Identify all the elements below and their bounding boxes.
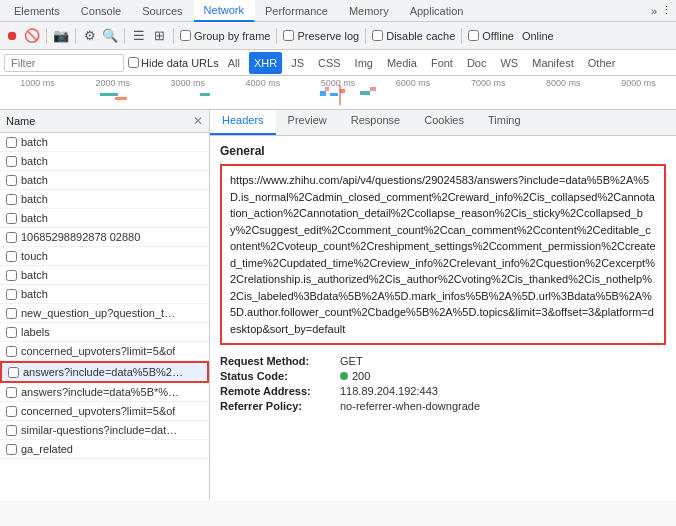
tab-response[interactable]: Response — [339, 110, 413, 135]
svg-rect-1 — [115, 97, 127, 100]
name-row[interactable]: concerned_upvoters?limit=5&of — [0, 342, 209, 361]
detail-content: General https://www.zhihu.com/api/v4/que… — [210, 136, 676, 423]
filter-ws[interactable]: WS — [495, 52, 523, 74]
name-row[interactable]: batch — [0, 171, 209, 190]
filter-input[interactable] — [4, 54, 124, 72]
name-row[interactable]: answers?include=data%5B%2A... — [0, 361, 209, 383]
general-section-title: General — [220, 144, 666, 158]
name-rows: batchbatchbatchbatchbatch10685298892878 … — [0, 133, 209, 459]
tab-bar: Elements Console Sources Network Perform… — [0, 0, 676, 22]
name-row[interactable]: batch — [0, 266, 209, 285]
devtools-menu-icon[interactable]: ⋮ — [661, 4, 672, 17]
toolbar: ⏺ 🚫 📷 ⚙ 🔍 ☰ ⊞ Group by frame Preserve lo… — [0, 22, 676, 50]
tab-performance[interactable]: Performance — [255, 0, 339, 22]
name-row[interactable]: ga_related — [0, 440, 209, 459]
record-icon[interactable]: ⏺ — [4, 28, 20, 44]
name-row[interactable]: concerned_upvoters?limit=5&of — [0, 402, 209, 421]
filter-js[interactable]: JS — [286, 52, 309, 74]
toolbar-sep-4 — [173, 28, 174, 44]
timeline: 1000 ms 2000 ms 3000 ms 4000 ms 5000 ms … — [0, 76, 676, 110]
tab-application[interactable]: Application — [400, 0, 475, 22]
name-column-label: Name — [6, 115, 35, 127]
hide-data-urls-checkbox[interactable]: Hide data URLs — [128, 57, 219, 69]
name-row-text: labels — [21, 326, 50, 338]
detail-panel: Headers Preview Response Cookies Timing … — [210, 110, 676, 500]
svg-rect-5 — [330, 93, 338, 96]
detail-tabs: Headers Preview Response Cookies Timing — [210, 110, 676, 136]
tab-headers[interactable]: Headers — [210, 110, 276, 135]
name-row-text: batch — [21, 193, 48, 205]
name-row-text: 10685298892878 02880 — [21, 231, 140, 243]
toolbar-sep-6 — [365, 28, 366, 44]
filter-doc[interactable]: Doc — [462, 52, 492, 74]
referrer-policy-value: no-referrer-when-downgrade — [340, 400, 480, 412]
more-tabs-icon[interactable]: » — [651, 5, 657, 17]
tab-sources[interactable]: Sources — [132, 0, 193, 22]
filter-img[interactable]: Img — [350, 52, 378, 74]
filter-font[interactable]: Font — [426, 52, 458, 74]
svg-rect-6 — [340, 89, 345, 93]
name-row-text: batch — [21, 288, 48, 300]
request-method-label: Request Method: — [220, 355, 340, 367]
name-header: Name ✕ — [0, 110, 209, 133]
name-row-text: batch — [21, 136, 48, 148]
name-row-text: batch — [21, 174, 48, 186]
remote-address-value: 118.89.204.192:443 — [340, 385, 438, 397]
request-method-row: Request Method: GET — [220, 355, 666, 367]
search-icon[interactable]: 🔍 — [102, 28, 118, 44]
toolbar-sep-3 — [124, 28, 125, 44]
name-row-text: new_question_up?question_toke — [21, 307, 181, 319]
tab-cookies[interactable]: Cookies — [412, 110, 476, 135]
tab-network[interactable]: Network — [194, 0, 255, 22]
group-by-frame-checkbox[interactable]: Group by frame — [180, 30, 270, 42]
name-row-text: batch — [21, 212, 48, 224]
tab-timing[interactable]: Timing — [476, 110, 533, 135]
screenshot-icon[interactable]: 📷 — [53, 28, 69, 44]
name-row[interactable]: touch — [0, 247, 209, 266]
disable-cache-checkbox[interactable]: Disable cache — [372, 30, 455, 42]
filter-media[interactable]: Media — [382, 52, 422, 74]
view-grid-icon[interactable]: ⊞ — [151, 28, 167, 44]
name-row-text: answers?include=data%5B%2A... — [23, 366, 183, 378]
filter-xhr[interactable]: XHR — [249, 52, 282, 74]
name-row-text: batch — [21, 155, 48, 167]
name-row[interactable]: batch — [0, 133, 209, 152]
name-row[interactable]: batch — [0, 190, 209, 209]
status-code-row: Status Code: 200 — [220, 370, 666, 382]
tab-preview[interactable]: Preview — [276, 110, 339, 135]
clear-icon[interactable]: 🚫 — [24, 28, 40, 44]
name-row-text: concerned_upvoters?limit=5&of — [21, 405, 175, 417]
filter-all[interactable]: All — [223, 52, 245, 74]
tab-memory[interactable]: Memory — [339, 0, 400, 22]
name-row[interactable]: batch — [0, 152, 209, 171]
preserve-log-checkbox[interactable]: Preserve log — [283, 30, 359, 42]
remote-address-row: Remote Address: 118.89.204.192:443 — [220, 385, 666, 397]
close-panel-icon[interactable]: ✕ — [193, 114, 203, 128]
filter-manifest[interactable]: Manifest — [527, 52, 579, 74]
referrer-policy-row: Referrer Policy: no-referrer-when-downgr… — [220, 400, 666, 412]
offline-checkbox[interactable]: Offline — [468, 30, 514, 42]
request-url-text: https://www.zhihu.com/api/v4/questions/2… — [230, 174, 656, 335]
request-method-value: GET — [340, 355, 363, 367]
name-row[interactable]: answers?include=data%5B*%5D — [0, 383, 209, 402]
filter-css[interactable]: CSS — [313, 52, 346, 74]
filter-icon[interactable]: ⚙ — [82, 28, 98, 44]
name-row[interactable]: similar-questions?include=data... — [0, 421, 209, 440]
name-row[interactable]: 10685298892878 02880 — [0, 228, 209, 247]
name-row[interactable]: batch — [0, 285, 209, 304]
filter-other[interactable]: Other — [583, 52, 621, 74]
tab-elements[interactable]: Elements — [4, 0, 71, 22]
status-code-label: Status Code: — [220, 370, 340, 382]
name-row[interactable]: new_question_up?question_toke — [0, 304, 209, 323]
remote-address-label: Remote Address: — [220, 385, 340, 397]
timeline-waterfall — [0, 85, 676, 105]
name-row-text: touch — [21, 250, 48, 262]
name-row[interactable]: batch — [0, 209, 209, 228]
name-row[interactable]: labels — [0, 323, 209, 342]
name-row-text: concerned_upvoters?limit=5&of — [21, 345, 175, 357]
general-block: https://www.zhihu.com/api/v4/questions/2… — [220, 164, 666, 345]
view-list-icon[interactable]: ☰ — [131, 28, 147, 44]
online-label: Online — [522, 30, 554, 42]
svg-rect-4 — [325, 87, 329, 91]
tab-console[interactable]: Console — [71, 0, 132, 22]
